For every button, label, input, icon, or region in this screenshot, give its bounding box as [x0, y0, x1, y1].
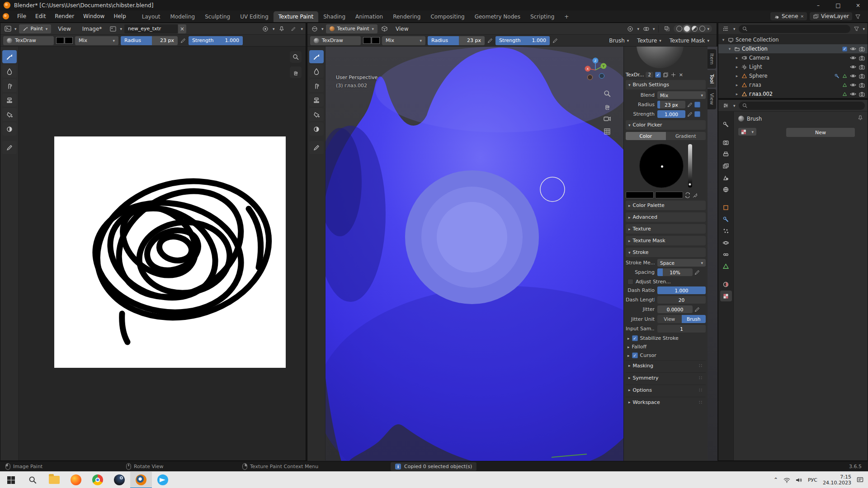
panel-color-palette[interactable]: ▸Color Palette [626, 201, 706, 210]
tool-annotate-button[interactable] [2, 141, 17, 154]
blender-menu-icon[interactable] [3, 13, 9, 19]
tab-output-properties[interactable] [720, 149, 732, 160]
caret-right-icon[interactable]: ▸ [735, 92, 739, 96]
sidebar-tab-view[interactable]: View [708, 89, 716, 109]
tray-expand-icon[interactable]: ⌃ [774, 477, 778, 483]
taskbar-search-button[interactable] [22, 472, 43, 488]
outliner-row-camera[interactable]: ▸ Camera [718, 53, 868, 62]
add-workspace-button[interactable]: + [559, 11, 574, 22]
image-canvas[interactable] [19, 47, 306, 460]
outliner-row-scene-collection[interactable]: ▾ Scene Collection [718, 35, 868, 44]
tab-material-properties[interactable] [720, 279, 732, 290]
caret-right-icon[interactable]: ▸ [735, 83, 739, 87]
image-radius-slider[interactable]: Radius 23 px [121, 36, 178, 45]
hide-eye-icon[interactable] [850, 65, 856, 69]
viewport-radius-slider[interactable]: Radius 23 px [428, 36, 485, 45]
tab-tool-properties[interactable] [720, 119, 732, 130]
tool-annotate-button[interactable] [309, 141, 324, 154]
sidebar-tab-item[interactable]: Item [708, 49, 716, 69]
primary-color-swatch[interactable] [363, 37, 371, 44]
dash-length-field[interactable]: 20 [657, 296, 706, 304]
menu-edit[interactable]: Edit [31, 13, 50, 19]
display-channels-icon[interactable] [261, 24, 270, 33]
menu-help[interactable]: Help [109, 13, 130, 19]
workspace-animation[interactable]: Animation [350, 11, 388, 22]
close-button[interactable]: × [848, 0, 868, 10]
tab-texture-properties[interactable] [720, 291, 732, 301]
hide-eye-icon[interactable] [850, 74, 856, 78]
shading-solid-icon[interactable] [684, 26, 690, 32]
image-name-field[interactable]: new_eye_txtr [124, 24, 178, 33]
radius-pressure-icon[interactable] [180, 38, 186, 44]
caret-right-icon[interactable]: ▸ [735, 65, 739, 69]
workspace-compositing[interactable]: Compositing [425, 11, 469, 22]
telegram-button[interactable] [152, 472, 174, 488]
caret-down-icon[interactable]: ▾ [721, 38, 726, 42]
brush-users-count[interactable]: 2 [646, 72, 653, 78]
collection-exclude-checkbox[interactable]: ✓ [842, 47, 847, 52]
strength-pressure-icon[interactable] [552, 38, 558, 44]
xray-toggle-icon[interactable] [662, 24, 671, 33]
caret-right-icon[interactable]: ▸ [627, 345, 630, 349]
jitter-unit-brush[interactable]: Brush [682, 315, 706, 323]
strength-slider[interactable]: 1.000 [657, 110, 685, 118]
panel-advanced[interactable]: ▸Advanced [626, 212, 706, 222]
value-slider[interactable] [688, 144, 692, 188]
tab-scene-properties[interactable] [720, 172, 732, 183]
navigation-gizmo[interactable]: Z Y X [583, 56, 608, 82]
tool-fill-button[interactable] [309, 108, 324, 121]
color-wheel[interactable] [639, 144, 684, 188]
disable-render-camera-icon[interactable] [859, 92, 865, 97]
tool-clone-button[interactable] [2, 94, 17, 107]
fake-user-toggle[interactable]: ✓ [655, 72, 661, 78]
pan-hand-icon[interactable] [290, 66, 302, 78]
radius-pressure-toggle[interactable] [694, 102, 700, 108]
viewport-strength-slider[interactable]: Strength 1.000 [495, 36, 550, 45]
texture-mask-popover[interactable]: Texture Mask▾ [668, 38, 711, 44]
viewport-grid-icon[interactable] [604, 128, 611, 135]
tab-constraint-properties[interactable] [720, 249, 732, 260]
hide-eye-icon[interactable] [850, 92, 856, 96]
workspace-geometry-nodes[interactable]: Geometry Nodes [470, 11, 525, 22]
caret-right-icon[interactable]: ▸ [735, 74, 739, 78]
workspace-sculpting[interactable]: Sculpting [200, 11, 235, 22]
shading-wireframe-icon[interactable] [676, 26, 682, 32]
viewport-pan-icon[interactable] [604, 103, 611, 110]
caret-right-icon[interactable]: ▸ [627, 336, 630, 341]
workspace-layout[interactable]: Layout [137, 11, 165, 22]
stabilize-stroke-checkbox[interactable]: ✓ [632, 335, 638, 341]
tool-smear-button[interactable] [2, 79, 17, 92]
unlink-image-icon[interactable]: × [178, 24, 186, 33]
color-tab[interactable]: Color [626, 132, 666, 140]
volume-icon[interactable] [796, 477, 802, 483]
object-type-icon[interactable] [380, 24, 389, 33]
network-icon[interactable] [783, 477, 790, 483]
tab-render-properties[interactable] [720, 137, 732, 148]
tab-view-layer-properties[interactable] [720, 160, 732, 171]
secondary-color-swatch[interactable] [65, 37, 73, 44]
tool-draw-button[interactable] [2, 50, 17, 63]
tab-modifier-properties[interactable] [720, 214, 732, 225]
annotation-tool-icon[interactable] [289, 24, 298, 33]
minimize-button[interactable]: – [808, 0, 828, 10]
disable-render-camera-icon[interactable] [859, 83, 865, 88]
adjust-strength-checkbox[interactable] [627, 279, 633, 285]
outliner-row-glaz-002[interactable]: ▸ глаз.002 [718, 89, 868, 99]
outliner-row-glaz[interactable]: ▸ глаз [718, 80, 868, 89]
tab-object-properties[interactable] [720, 202, 732, 213]
tool-mask-button[interactable] [309, 122, 324, 136]
viewport-blend-dropdown[interactable]: Mix▾ [382, 36, 425, 45]
radius-pressure-icon[interactable] [687, 102, 693, 108]
strength-pressure-toggle[interactable] [694, 111, 700, 117]
spacing-slider[interactable]: 10% [657, 268, 693, 276]
secondary-color-swatch[interactable] [655, 192, 683, 198]
swap-colors-icon[interactable] [684, 192, 691, 198]
taskbar-clock[interactable]: 7:15 24.10.2023 [823, 474, 851, 486]
blender-app-button[interactable] [130, 472, 152, 488]
start-button[interactable] [0, 472, 22, 488]
filter-icon[interactable] [854, 26, 859, 32]
filter-icon[interactable] [855, 14, 861, 19]
tab-world-properties[interactable] [720, 184, 732, 195]
workspace-texture-paint[interactable]: Texture Paint [274, 11, 318, 22]
panel-workspace[interactable]: ▸Workspace∷ [626, 397, 706, 407]
